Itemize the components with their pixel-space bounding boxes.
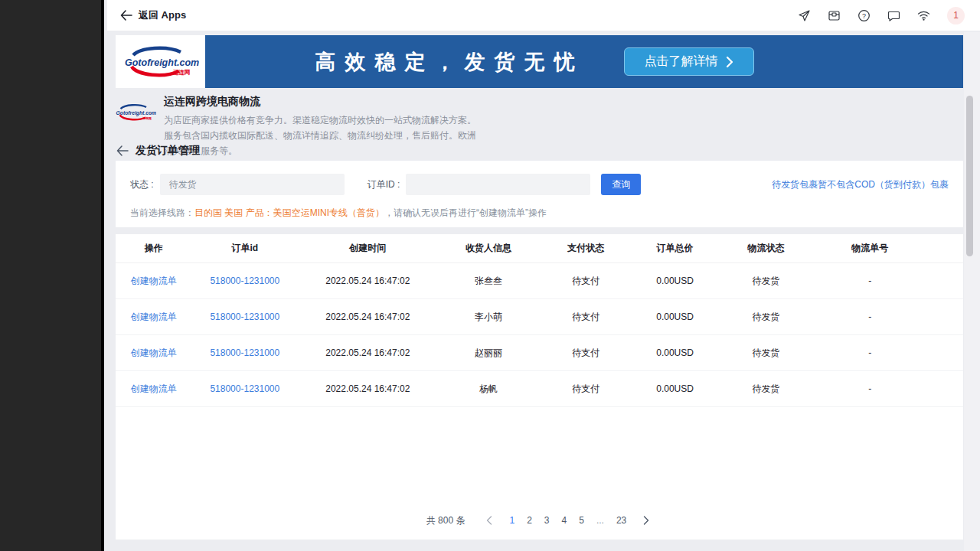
created-at: 2022.05.24 16:47:02 [298, 311, 438, 322]
service-title: 运连网跨境电商物流 [164, 95, 484, 109]
column-header: 订单总价 [632, 242, 717, 255]
table-row: 创建物流单 518000-1231000 2022.05.24 16:47:02… [116, 335, 963, 371]
create-logistics-link[interactable]: 创建物流单 [131, 383, 177, 394]
pay-status: 待支付 [539, 347, 632, 360]
column-header: 订单id [192, 242, 298, 255]
gotofreight-logo-small: Gotofreight.com 运连网 [115, 101, 156, 124]
svg-text:运连网: 运连网 [172, 69, 191, 76]
column-header: 创建时间 [298, 242, 438, 255]
page-number[interactable]: 1 [503, 514, 521, 527]
banner-body: 高效稳定，发货无忧 点击了解详情 [205, 35, 963, 88]
receiver-name: 赵丽丽 [438, 347, 540, 360]
order-id-input[interactable] [406, 174, 590, 195]
notification-badge[interactable]: 1 [947, 7, 965, 24]
pay-status: 待支付 [539, 383, 632, 396]
route-highlight: 目的国 美国 产品：美国空运MINI专线（普货） [194, 207, 384, 218]
table-header-row: 操作订单id创建时间收货人信息支付状态订单总价物流状态物流单号 [116, 234, 963, 263]
left-dark-panel [0, 0, 104, 551]
logistics-status: 待发货 [717, 383, 815, 396]
next-page-button[interactable] [640, 516, 652, 525]
order-id-link[interactable]: 518000-1231000 [210, 347, 279, 358]
column-header: 物流状态 [717, 242, 815, 255]
table-row: 创建物流单 518000-1231000 2022.05.24 16:47:02… [116, 299, 963, 335]
pay-status: 待支付 [539, 275, 632, 288]
banner-cta-button[interactable]: 点击了解详情 [624, 47, 754, 76]
table-row: 创建物流单 518000-1231000 2022.05.24 16:47:02… [116, 371, 963, 407]
status-label: 状态 : [130, 178, 154, 191]
page-numbers: 12345...23 [503, 514, 632, 527]
promo-banner[interactable]: Gotofreight.com 运连网 高效稳定，发货无忧 点击了解详情 [116, 35, 963, 88]
page-number[interactable]: ... [590, 514, 610, 527]
page-number[interactable]: 3 [538, 514, 556, 527]
help-icon[interactable]: ? [858, 9, 871, 22]
table-body: 创建物流单 518000-1231000 2022.05.24 16:47:02… [116, 263, 963, 407]
banner-logo-box: Gotofreight.com 运连网 [116, 35, 205, 88]
logistics-status: 待发货 [717, 347, 815, 360]
receiver-name: 杨帆 [438, 383, 540, 396]
chat-icon[interactable] [887, 9, 900, 22]
page-number[interactable]: 23 [610, 514, 632, 527]
status-select[interactable]: 待发货 [160, 174, 345, 195]
logistics-status: 待发货 [717, 275, 815, 288]
created-at: 2022.05.24 16:47:02 [298, 383, 438, 394]
arrow-left-icon [119, 9, 132, 22]
receiver-name: 李小萌 [438, 311, 540, 324]
logistics-status: 待发货 [717, 311, 815, 324]
search-button[interactable]: 查询 [601, 174, 641, 195]
prev-page-button[interactable] [483, 516, 495, 525]
filter-card: 状态 : 待发货 订单ID : 查询 待发货包裹暂不包含COD（货到付款）包裹 … [116, 161, 963, 227]
receiver-name: 张叁叁 [438, 275, 540, 288]
created-at: 2022.05.24 16:47:02 [298, 276, 438, 286]
order-id-link[interactable]: 518000-1231000 [210, 383, 279, 394]
order-id-link[interactable]: 518000-1231000 [210, 311, 279, 322]
back-label: 返回 Apps [139, 8, 186, 22]
created-at: 2022.05.24 16:47:02 [298, 347, 438, 358]
svg-text:?: ? [862, 12, 866, 20]
pay-status: 待支付 [539, 311, 632, 324]
column-header: 收货人信息 [438, 242, 540, 255]
cod-notice-link[interactable]: 待发货包裹暂不包含COD（货到付款）包裹 [772, 178, 949, 191]
tracking-no: - [815, 276, 925, 286]
tracking-no: - [815, 347, 925, 358]
scrollbar-thumb[interactable] [966, 96, 973, 256]
page-number[interactable]: 5 [573, 514, 590, 527]
create-logistics-link[interactable]: 创建物流单 [131, 347, 177, 358]
scrollbar-track[interactable] [964, 32, 980, 551]
column-header: 操作 [116, 242, 192, 255]
chevron-right-icon [726, 56, 733, 68]
order-id-link[interactable]: 518000-1231000 [210, 276, 279, 286]
pagination: 共 800 条 12345...23 [116, 514, 963, 527]
column-header: 支付状态 [539, 242, 632, 255]
service-description: 为店匠商家提供价格有竞争力。渠道稳定物流时效快的一站式物流解决方案。服务包含国内… [164, 113, 484, 158]
page-number[interactable]: 2 [521, 514, 538, 527]
create-logistics-link[interactable]: 创建物流单 [131, 276, 177, 286]
svg-text:运连网: 运连网 [142, 116, 152, 121]
order-total: 0.00USD [632, 383, 717, 394]
banner-headline: 高效稳定，发货无忧 [315, 48, 584, 76]
order-id-label: 订单ID : [368, 178, 400, 191]
topbar: 返回 Apps ? 1 [107, 0, 980, 31]
order-total: 0.00USD [632, 347, 717, 358]
page-head: 发货订单管理 [116, 144, 200, 158]
back-arrow-icon[interactable] [116, 145, 129, 158]
route-line: 当前选择线路：目的国 美国 产品：美国空运MINI专线（普货），请确认无误后再进… [130, 207, 949, 220]
service-intro: Gotofreight.com 运连网 运连网跨境电商物流 为店匠商家提供价格有… [115, 95, 804, 158]
order-total: 0.00USD [632, 311, 717, 322]
column-header: 物流单号 [815, 242, 925, 255]
gotofreight-logo: Gotofreight.com 运连网 [122, 42, 199, 82]
create-logistics-link[interactable]: 创建物流单 [131, 311, 177, 322]
back-to-apps-button[interactable]: 返回 Apps [119, 8, 186, 22]
tracking-no: - [815, 311, 925, 322]
wifi-icon[interactable] [917, 9, 930, 22]
orders-table-card: 操作订单id创建时间收货人信息支付状态订单总价物流状态物流单号 创建物流单 51… [116, 234, 963, 540]
storage-icon[interactable] [828, 9, 841, 22]
banner-cta-label: 点击了解详情 [645, 54, 718, 70]
svg-text:Gotofreight.com: Gotofreight.com [125, 57, 199, 68]
send-icon[interactable] [798, 9, 811, 22]
topbar-icons: ? 1 [798, 7, 965, 24]
chevron-left-icon [486, 516, 492, 525]
table-row: 创建物流单 518000-1231000 2022.05.24 16:47:02… [116, 263, 963, 299]
page-number[interactable]: 4 [556, 514, 573, 527]
total-count-label: 共 800 条 [426, 514, 466, 527]
route-suffix: ，请确认无误后再进行“创建物流单”操作 [384, 207, 547, 218]
